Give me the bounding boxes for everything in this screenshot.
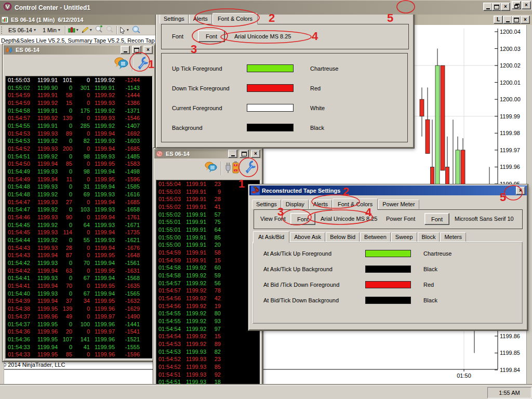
tape-cell: 1199.95	[34, 351, 58, 358]
price-tick-label: 1199.86	[500, 333, 520, 339]
summary-tape-titlebar[interactable]: ES 06-14 ×	[4, 45, 154, 55]
tape-row: 01:54:451199.9311401199.94-1735	[6, 229, 152, 236]
tape-cell: 90	[58, 214, 72, 221]
power-meter-button[interactable]: +-	[224, 160, 241, 177]
color-swatch[interactable]	[365, 250, 411, 257]
recon-tape-grid[interactable]: 01:55:041199.912301:55:031199.91901:55:0…	[156, 180, 260, 385]
tape-cell: 1199.93	[34, 274, 58, 282]
tape-cell: 1199.92	[34, 191, 58, 198]
tape-cell: 34	[72, 297, 90, 305]
minimize-icon	[486, 8, 490, 9]
recon-close-button[interactable]: ×	[251, 150, 260, 158]
chart-minimize-button[interactable]	[503, 16, 512, 24]
tape-cell: 1199.93	[183, 355, 206, 363]
color-swatch[interactable]	[247, 64, 294, 72]
wrench-icon	[136, 56, 150, 71]
recon-dialog-titlebar[interactable]: Reconstructed Tape Settings ×	[249, 185, 527, 195]
tab-font-colors[interactable]: Font & Colors	[332, 198, 378, 210]
tape-row: 01:54:571199.9256	[156, 280, 260, 287]
color-swatch[interactable]	[365, 297, 411, 304]
tape-cell: 57	[206, 211, 221, 219]
chart-link-button[interactable]: L	[494, 16, 503, 24]
tape-cell: 0	[58, 274, 72, 282]
recon-minimize-button[interactable]	[228, 150, 237, 158]
cc-maximize-button[interactable]	[492, 3, 501, 11]
chat-button[interactable]	[204, 161, 218, 176]
tape-row: 01:54:451199.920641199.93-1671	[6, 221, 152, 229]
tape-cell: 1199.94	[34, 282, 58, 290]
subtab-at-ask-bid[interactable]: At Ask/Bid	[253, 231, 289, 243]
tape-cell: 0	[58, 236, 72, 244]
font-value: Arial Unicode MS 8.25	[234, 33, 291, 39]
tape-cell: 01:54:36	[8, 328, 34, 336]
tape-cell: 1199.91	[183, 257, 206, 264]
tape-cell: 1199.93	[34, 168, 58, 176]
subtab-below-bid[interactable]: Below Bid	[326, 232, 360, 242]
color-swatch[interactable]	[247, 104, 294, 112]
price-tick-label: 1199.97	[500, 147, 520, 153]
chart-maximize-button[interactable]	[512, 16, 521, 24]
summary-tape-grid[interactable]: 01:55:031199.9110101199.92-124401:55:021…	[5, 76, 153, 359]
tape-cell: -1490	[115, 313, 140, 321]
maximize-icon	[242, 152, 247, 156]
tape-row: 01:54:331199.958501199.96-1596	[6, 351, 152, 358]
summary-close-button[interactable]: ×	[143, 46, 153, 54]
tab-font-colors[interactable]: Font & Colors	[212, 13, 258, 24]
tape-cell: 18	[206, 378, 221, 385]
tab-display[interactable]: Display	[282, 200, 309, 209]
summary-maximize-button[interactable]	[132, 46, 141, 54]
tab-settings[interactable]: Settings	[159, 14, 189, 23]
power-plug-battery-icon: +-	[224, 160, 241, 175]
tape-cell: 1199.93	[34, 198, 58, 206]
tape-cell: 0	[58, 84, 72, 92]
tape-cell: 01:54:59	[158, 257, 183, 264]
tape-cell: 1199.95	[90, 297, 115, 305]
tab-alerts[interactable]: Alerts	[189, 14, 212, 23]
recon-tape-titlebar[interactable]: ES 06-14 ×	[154, 149, 262, 158]
tab-alerts[interactable]: Alerts	[309, 200, 332, 209]
tab-settings[interactable]: Settings	[252, 200, 281, 209]
subtab-sweep[interactable]: Sweep	[391, 232, 417, 242]
cc-close-button[interactable]: ×	[501, 3, 510, 11]
view-font-button[interactable]: Font	[290, 213, 315, 225]
tape-cell: 31	[72, 183, 90, 191]
color-swatch[interactable]	[247, 84, 294, 92]
tape-cell: 01:54:55	[158, 317, 183, 325]
tape-cell: 1199.94	[34, 343, 58, 351]
tape-cell: -1658	[115, 206, 140, 214]
summary-minimize-button[interactable]	[121, 46, 130, 54]
control-center-titlebar[interactable]: Control Center - Untitled1	[0, 0, 532, 15]
tape-cell: 1199.92	[183, 317, 206, 325]
recon-dialog-close-button[interactable]: ×	[516, 187, 525, 195]
subtab-meters[interactable]: Meters	[440, 232, 466, 242]
color-swatch[interactable]	[365, 265, 411, 273]
tape-cell: 1199.94	[34, 267, 58, 275]
tab-power-meter[interactable]: Power Meter	[378, 200, 419, 209]
recon-maximize-button[interactable]	[240, 150, 249, 158]
tape-cell: 11	[58, 176, 72, 183]
summary-settings-button[interactable]	[136, 56, 150, 73]
chat-button[interactable]	[113, 57, 129, 72]
recon-dialog-title: Reconstructed Tape Settings	[262, 188, 514, 194]
tape-cell: 01:54:57	[158, 287, 183, 295]
subtab-above-ask[interactable]: Above Ask	[290, 232, 325, 242]
tape-row: 01:55:021199.9003011199.91-1143	[6, 84, 152, 92]
mdi-close-button[interactable]: ×	[522, 1, 531, 9]
tape-cell: 19	[206, 302, 221, 310]
tape-cell: 01:54:53	[158, 340, 183, 348]
summary-tape-title: ES 06-14	[16, 47, 118, 53]
tape-cell: 01:54:58	[8, 107, 34, 115]
chart-close-button[interactable]: ×	[521, 16, 530, 24]
recon-settings-button[interactable]	[243, 159, 258, 177]
font-button[interactable]: Font	[198, 30, 225, 42]
power-font-button[interactable]: Font	[424, 213, 449, 225]
color-swatch[interactable]	[247, 124, 294, 131]
color-swatch[interactable]	[365, 281, 411, 288]
subtab-between[interactable]: Between	[360, 232, 391, 242]
tape-cell: 01:54:39	[8, 297, 34, 305]
subtab-block[interactable]: Block	[418, 232, 440, 242]
tape-cell: -1585	[115, 183, 140, 191]
mdi-restore-button[interactable]	[512, 1, 521, 9]
tape-cell: 175	[72, 107, 90, 115]
cc-minimize-button[interactable]	[483, 3, 493, 11]
